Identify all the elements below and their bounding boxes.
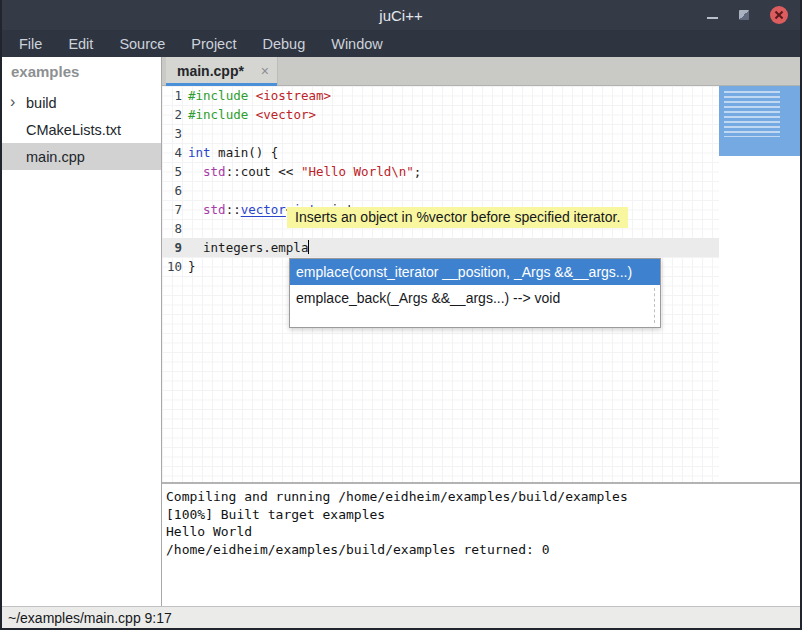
doc-tooltip: Inserts an object in %vector before spec…	[287, 207, 628, 228]
file-label: main.cpp	[26, 149, 85, 165]
file-tree-sidebar: examples ›buildCMakeLists.txtmain.cpp	[2, 57, 162, 606]
text-caret	[308, 240, 309, 254]
expander-chevron-icon[interactable]: ›	[10, 92, 15, 110]
code-line-9[interactable]: 9 integers.empla	[162, 238, 719, 257]
tab-main-cpp[interactable]: main.cpp* ×	[166, 57, 278, 85]
line-number: 10	[162, 257, 188, 276]
line-number: 6	[162, 181, 188, 200]
sidebar-item-main-cpp[interactable]: main.cpp	[2, 143, 161, 170]
menu-item-source[interactable]: Source	[106, 36, 178, 52]
line-number: 4	[162, 143, 188, 162]
menu-item-edit[interactable]: Edit	[55, 36, 106, 52]
sidebar-item-build[interactable]: ›build	[2, 89, 161, 116]
tab-label: main.cpp*	[177, 63, 244, 79]
line-number: 5	[162, 162, 188, 181]
minimize-icon[interactable]	[707, 17, 718, 19]
completion-item[interactable]: emplace(const_iterator __position, _Args…	[290, 259, 660, 285]
line-number: 8	[162, 219, 188, 238]
minimap-viewport[interactable]	[719, 86, 800, 156]
output-line: [100%] Built target examples	[166, 506, 800, 524]
code-line-3[interactable]: 3	[162, 124, 719, 143]
popup-scrollbar[interactable]	[654, 288, 655, 323]
file-tree: ›buildCMakeLists.txtmain.cpp	[2, 89, 161, 170]
project-name-label: examples	[2, 57, 161, 85]
line-number: 7	[162, 200, 188, 219]
code-text: integers.empla	[188, 238, 309, 257]
window-title: juCi++	[2, 7, 800, 24]
code-text: }	[188, 257, 196, 276]
app-window: juCi++ FileEditSourceProjectDebugWindow …	[0, 0, 802, 630]
output-line: Compiling and running /home/eidheim/exam…	[166, 488, 800, 506]
build-output-pane[interactable]: Compiling and running /home/eidheim/exam…	[162, 484, 800, 606]
code-line-2[interactable]: 2#include <vector>	[162, 105, 719, 124]
tab-close-icon[interactable]: ×	[261, 63, 269, 79]
autocomplete-popup: emplace(const_iterator __position, _Args…	[289, 258, 661, 328]
minimap[interactable]	[719, 86, 800, 482]
menu-item-debug[interactable]: Debug	[249, 36, 318, 52]
menu-item-window[interactable]: Window	[318, 36, 396, 52]
line-number: 3	[162, 124, 188, 143]
titlebar: juCi++	[2, 0, 800, 30]
completion-item[interactable]: emplace_back(_Args &&__args...) --> void	[290, 285, 660, 311]
maximize-icon[interactable]	[739, 10, 749, 20]
code-text: #include <iostream>	[188, 86, 331, 105]
editor: 1#include <iostream>2#include <vector>34…	[162, 86, 800, 482]
output-line: Hello World	[166, 523, 800, 541]
menubar: FileEditSourceProjectDebugWindow	[2, 30, 800, 57]
minimap-code-preview	[724, 91, 780, 137]
line-number: 2	[162, 105, 188, 124]
statusbar: ~/examples/main.cpp 9:17	[2, 606, 800, 628]
menu-item-file[interactable]: File	[6, 36, 55, 52]
sidebar-item-cmakelists-txt[interactable]: CMakeLists.txt	[2, 116, 161, 143]
file-label: CMakeLists.txt	[26, 122, 121, 138]
code-line-6[interactable]: 6	[162, 181, 719, 200]
tabbar: main.cpp* ×	[162, 57, 800, 86]
code-text: #include <vector>	[188, 105, 316, 124]
main-area: examples ›buildCMakeLists.txtmain.cpp ma…	[2, 57, 800, 606]
window-controls	[707, 0, 788, 30]
line-number: 1	[162, 86, 188, 105]
code-text: std::cout << "Hello World\n";	[188, 162, 421, 181]
output-line: /home/eidheim/examples/build/examples re…	[166, 541, 800, 559]
menu-item-project[interactable]: Project	[178, 36, 249, 52]
file-label: build	[26, 95, 57, 111]
code-line-4[interactable]: 4int main() {	[162, 143, 719, 162]
close-icon[interactable]	[770, 6, 788, 24]
editor-column: main.cpp* × 1#include <iostream>2#includ…	[162, 57, 800, 606]
code-line-5[interactable]: 5 std::cout << "Hello World\n";	[162, 162, 719, 181]
status-file-position: ~/examples/main.cpp 9:17	[8, 610, 172, 626]
code-line-1[interactable]: 1#include <iostream>	[162, 86, 719, 105]
code-text: int main() {	[188, 143, 278, 162]
line-number: 9	[162, 238, 188, 257]
